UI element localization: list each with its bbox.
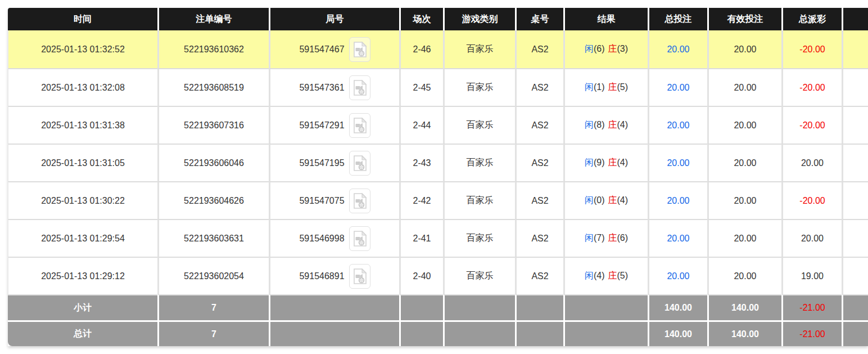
player-result-label: 闲 (585, 44, 594, 53)
cell-session: 2-43 (399, 144, 443, 181)
subtotal-count: 7 (157, 294, 269, 320)
subtotal-empty-round (269, 294, 399, 320)
table-row: 2025-01-13 01:31:38 522193607316 5915472… (8, 106, 868, 144)
player-result-score: (0) (594, 195, 605, 205)
cell-session: 2-41 (399, 219, 443, 257)
banker-result-label: 庄 (608, 158, 617, 167)
round-number: 591547361 (299, 83, 344, 93)
cell-time: 2025-01-13 01:29:54 (8, 219, 157, 257)
cell-table-no: AS2 (515, 181, 563, 219)
player-result-score: (9) (594, 158, 605, 167)
cell-session: 2-46 (399, 30, 443, 68)
subtotal-empty-table (515, 294, 563, 320)
column-header-time: 时间 (8, 8, 157, 30)
table-row: 2025-01-13 01:32:08 522193608519 5915473… (8, 68, 868, 106)
video-replay-button[interactable] (349, 75, 370, 100)
video-file-icon (352, 80, 367, 96)
cell-time: 2025-01-13 01:31:38 (8, 106, 157, 144)
cell-valid-bet: 20.00 (707, 106, 781, 144)
banker-result-score: (6) (617, 233, 629, 243)
banker-result-label: 庄 (608, 195, 617, 205)
cell-extra (842, 30, 868, 68)
column-header-bet-id: 注单编号 (157, 8, 269, 30)
table-header: 时间 注单编号 局号 场次 游戏类别 桌号 结果 总投注 有效投注 总派彩 (8, 8, 868, 30)
cell-total-bet[interactable]: 20.00 (648, 144, 707, 181)
grand-total-empty-round (269, 320, 399, 346)
subtotal-valid-bet: 140.00 (707, 294, 781, 320)
video-replay-button[interactable] (349, 113, 370, 138)
cell-total-bet[interactable]: 20.00 (648, 30, 707, 68)
cell-game-type: 百家乐 (443, 219, 515, 257)
round-number: 591546998 (299, 234, 344, 244)
cell-result: 闲(7)庄(6) (563, 219, 648, 257)
cell-valid-bet: 20.00 (707, 181, 781, 219)
table-row: 2025-01-13 01:30:22 522193604626 5915470… (8, 181, 868, 219)
banker-result-score: (5) (617, 271, 629, 280)
cell-total-bet[interactable]: 20.00 (648, 106, 707, 144)
cell-valid-bet: 20.00 (707, 30, 781, 68)
column-header-session: 场次 (399, 8, 443, 30)
cell-session: 2-42 (399, 181, 443, 219)
cell-total-bet[interactable]: 20.00 (648, 68, 707, 106)
cell-result: 闲(6)庄(3) (563, 30, 648, 68)
video-replay-button[interactable] (349, 226, 370, 251)
cell-extra (842, 257, 868, 294)
subtotal-row: 小计 7 140.00 140.00 -21.00 (8, 294, 868, 320)
round-number: 591546891 (299, 271, 344, 281)
player-result-score: (7) (594, 233, 605, 243)
cell-time: 2025-01-13 01:30:22 (8, 181, 157, 219)
video-replay-button[interactable] (349, 37, 370, 62)
grand-total-valid-bet: 140.00 (707, 320, 781, 346)
cell-session: 2-40 (399, 257, 443, 294)
cell-game-type: 百家乐 (443, 257, 515, 294)
banker-result-score: (4) (617, 120, 629, 129)
banker-result-label: 庄 (608, 120, 617, 129)
cell-extra (842, 68, 868, 106)
video-file-icon (352, 268, 367, 284)
cell-table-no: AS2 (515, 68, 563, 106)
video-replay-button[interactable] (349, 189, 370, 213)
table-body: 2025-01-13 01:32:52 522193610362 5915474… (8, 30, 868, 294)
cell-total-bet[interactable]: 20.00 (648, 257, 707, 294)
cell-total-payout: -20.00 (781, 106, 842, 144)
banker-result-label: 庄 (608, 82, 617, 92)
player-result-score: (6) (594, 44, 605, 53)
bet-history-table: 时间 注单编号 局号 场次 游戏类别 桌号 结果 总投注 有效投注 总派彩 20… (8, 8, 868, 346)
cell-result: 闲(4)庄(5) (563, 257, 648, 294)
banker-result-score: (4) (617, 158, 629, 167)
banker-result-label: 庄 (608, 233, 617, 243)
cell-table-no: AS2 (515, 106, 563, 144)
grand-total-total-payout: -21.00 (781, 320, 842, 346)
cell-bet-id: 522193607316 (157, 106, 269, 144)
player-result-score: (4) (594, 271, 605, 280)
round-number: 591547195 (299, 158, 344, 168)
banker-result-label: 庄 (608, 44, 617, 53)
subtotal-empty-result (563, 294, 648, 320)
table-row: 2025-01-13 01:29:12 522193602054 5915468… (8, 257, 868, 294)
grand-total-empty-table (515, 320, 563, 346)
cell-total-payout: 20.00 (781, 144, 842, 181)
subtotal-empty-game (443, 294, 515, 320)
column-header-result: 结果 (563, 8, 648, 30)
table-row: 2025-01-13 01:29:54 522193603631 5915469… (8, 219, 868, 257)
cell-total-bet[interactable]: 20.00 (648, 181, 707, 219)
player-result-label: 闲 (585, 120, 594, 129)
grand-total-empty-extra (842, 320, 868, 346)
cell-total-payout: -20.00 (781, 30, 842, 68)
video-replay-button[interactable] (349, 264, 370, 289)
cell-bet-id: 522193602054 (157, 257, 269, 294)
cell-round: 591547075 (269, 181, 399, 219)
cell-bet-id: 522193610362 (157, 30, 269, 68)
cell-result: 闲(9)庄(4) (563, 144, 648, 181)
cell-table-no: AS2 (515, 219, 563, 257)
round-number: 591547467 (299, 44, 344, 55)
subtotal-total-payout: -21.00 (781, 294, 842, 320)
player-result-score: (1) (594, 82, 605, 92)
cell-game-type: 百家乐 (443, 181, 515, 219)
cell-bet-id: 522193606046 (157, 144, 269, 181)
cell-total-bet[interactable]: 20.00 (648, 219, 707, 257)
video-replay-button[interactable] (349, 151, 370, 176)
cell-extra (842, 181, 868, 219)
cell-game-type: 百家乐 (443, 68, 515, 106)
cell-result: 闲(8)庄(4) (563, 106, 648, 144)
